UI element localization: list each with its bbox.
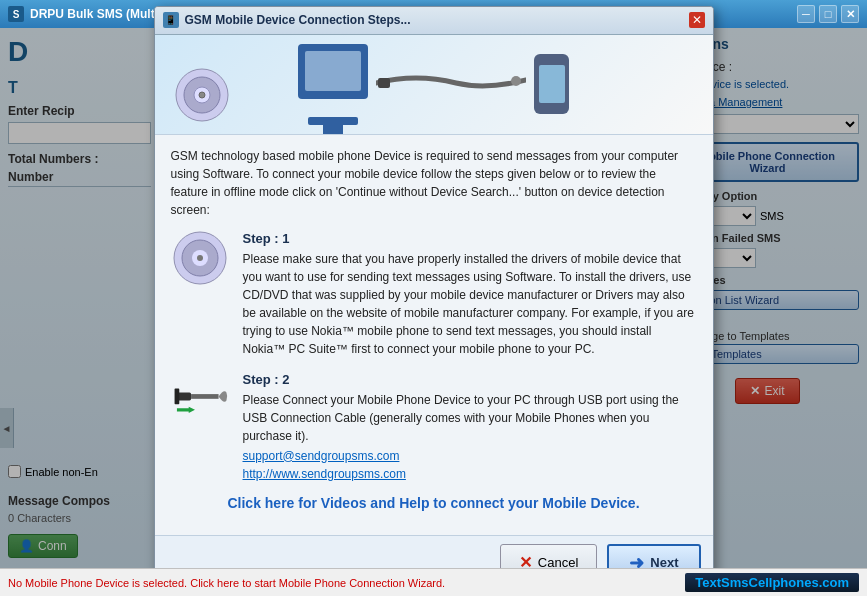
dialog-header-image xyxy=(155,35,713,135)
svg-point-0 xyxy=(511,76,521,86)
brand-badge: TextSmsCellphones.com xyxy=(685,573,859,592)
dialog-body: GSM technology based mobile phone Device… xyxy=(155,135,713,535)
svg-rect-11 xyxy=(191,394,219,399)
step2-icon xyxy=(171,372,231,481)
dialog-intro-text: GSM technology based mobile phone Device… xyxy=(171,147,697,219)
dialog-close-button[interactable]: ✕ xyxy=(689,12,705,28)
step2-text: Please Connect your Mobile Phone Device … xyxy=(243,391,697,445)
step1-container: Step : 1 Please make sure that you have … xyxy=(171,231,697,358)
svg-point-5 xyxy=(199,92,205,98)
status-bar: No Mobile Phone Device is selected. Clic… xyxy=(0,568,867,596)
maximize-button[interactable]: □ xyxy=(819,5,837,23)
step1-icon xyxy=(171,231,231,358)
svg-rect-1 xyxy=(378,78,390,88)
dialog-icon: 📱 xyxy=(163,12,179,28)
support-email-link[interactable]: support@sendgroupsms.com xyxy=(243,449,697,463)
step2-container: Step : 2 Please Connect your Mobile Phon… xyxy=(171,372,697,481)
dialog-title: GSM Mobile Device Connection Steps... xyxy=(185,13,411,27)
close-button[interactable]: ✕ xyxy=(841,5,859,23)
gsm-connection-dialog: 📱 GSM Mobile Device Connection Steps... … xyxy=(154,6,714,591)
step2-title: Step : 2 xyxy=(243,372,697,387)
mobile-phone-icon xyxy=(534,54,569,114)
window-controls: ─ □ ✕ xyxy=(797,5,859,23)
status-text[interactable]: No Mobile Phone Device is selected. Clic… xyxy=(8,577,685,589)
dialog-titlebar: 📱 GSM Mobile Device Connection Steps... … xyxy=(155,7,713,35)
website-link[interactable]: http://www.sendgroupsms.com xyxy=(243,467,697,481)
dialog-overlay: 📱 GSM Mobile Device Connection Steps... … xyxy=(0,28,867,568)
cd-disk-icon xyxy=(175,68,230,126)
click-videos-link[interactable]: Click here for Videos and Help to connec… xyxy=(171,495,697,511)
step1-text: Please make sure that you have properly … xyxy=(243,250,697,358)
app-icon: S xyxy=(8,6,24,22)
step1-title: Step : 1 xyxy=(243,231,697,246)
svg-point-9 xyxy=(197,255,203,261)
minimize-button[interactable]: ─ xyxy=(797,5,815,23)
svg-rect-12 xyxy=(175,388,180,404)
usb-connection-icon xyxy=(376,68,526,101)
step2-content: Step : 2 Please Connect your Mobile Phon… xyxy=(243,372,697,481)
step1-content: Step : 1 Please make sure that you have … xyxy=(243,231,697,358)
computer-monitor-icon xyxy=(298,44,368,99)
